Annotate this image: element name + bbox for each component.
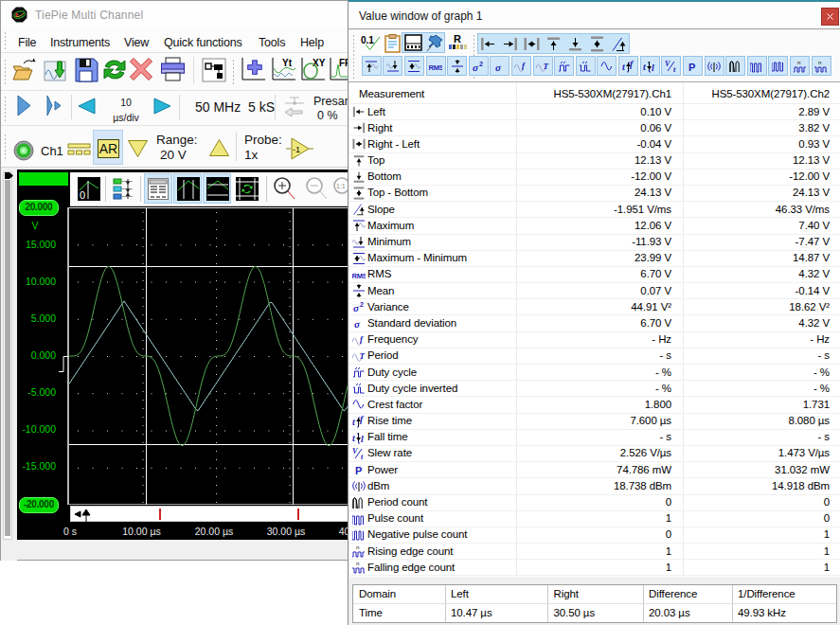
svg-text:σ: σ <box>354 318 361 330</box>
svg-text:t: t <box>352 433 356 443</box>
svg-text:n: n <box>356 545 359 550</box>
svg-text:XY: XY <box>313 58 326 68</box>
svg-text:V: V <box>665 60 670 68</box>
svg-text:f: f <box>360 334 364 344</box>
svg-text:f: f <box>522 61 526 70</box>
svg-text:2: 2 <box>479 61 483 67</box>
svg-text:T: T <box>360 351 366 361</box>
svg-text:0: 0 <box>80 189 85 201</box>
svg-text:σ: σ <box>473 62 479 73</box>
svg-text:V: V <box>352 447 358 455</box>
svg-text:n: n <box>797 60 800 65</box>
svg-text:P: P <box>355 465 362 476</box>
svg-text:n: n <box>818 60 821 65</box>
svg-text:P: P <box>688 61 695 72</box>
svg-text:-1: -1 <box>293 145 300 154</box>
svg-text:RMS: RMS <box>352 271 366 279</box>
svg-text:Yt: Yt <box>282 58 293 68</box>
svg-text:0.1: 0.1 <box>361 35 374 45</box>
svg-text:t: t <box>361 453 364 460</box>
svg-text:2: 2 <box>360 301 364 308</box>
svg-text:t: t <box>673 65 676 73</box>
svg-text:t: t <box>352 417 356 427</box>
svg-text:t: t <box>622 62 626 72</box>
svg-text:n: n <box>356 561 359 566</box>
svg-text:T: T <box>544 62 549 71</box>
svg-text:R: R <box>454 33 461 45</box>
svg-text:RMS: RMS <box>429 62 442 71</box>
svg-text:l: l <box>652 62 654 73</box>
svg-text:t: t <box>643 62 647 72</box>
svg-text:f: f <box>630 60 634 69</box>
svg-text:1:1: 1:1 <box>336 183 346 189</box>
svg-text:f: f <box>360 415 365 424</box>
svg-text:σ: σ <box>495 62 502 73</box>
svg-text:σ: σ <box>353 302 360 313</box>
svg-text:l: l <box>361 434 364 444</box>
